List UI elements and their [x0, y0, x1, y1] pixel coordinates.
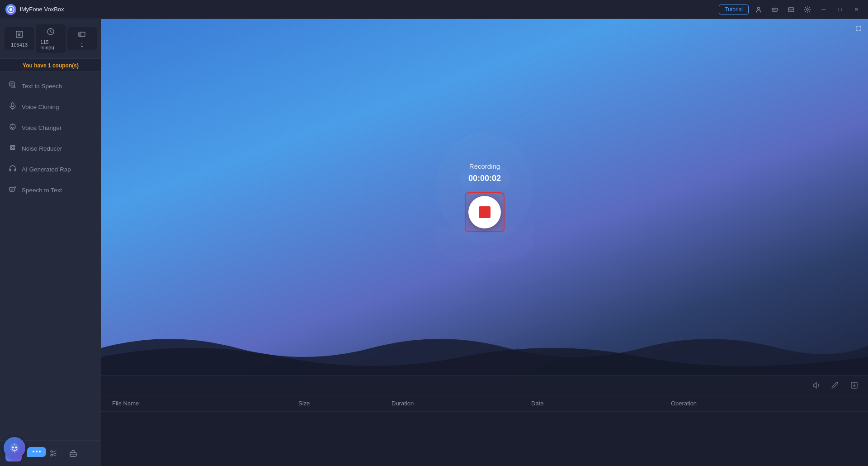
sidebar-stats: 105413 115 min(s) 1: [0, 19, 101, 59]
mail-icon-btn[interactable]: [785, 3, 797, 16]
close-button[interactable]: ✕: [850, 3, 863, 16]
expand-panel-button[interactable]: [854, 24, 863, 33]
toolbar-row: [101, 375, 868, 395]
recording-center: Recording 00:00:02: [465, 162, 505, 232]
col-duration: Duration: [392, 400, 531, 407]
settings-icon-btn[interactable]: [801, 3, 814, 16]
svg-rect-12: [11, 103, 14, 107]
svg-point-4: [776, 9, 776, 10]
maximize-button[interactable]: □: [834, 3, 846, 16]
minutes-icon: [46, 27, 55, 38]
sidebar: 105413 115 min(s) 1 You have 1 coupon(s): [0, 19, 101, 466]
content-area: Recording 00:00:02: [101, 19, 868, 466]
ai-generated-rap-icon: [8, 164, 17, 174]
app-logo: [5, 4, 16, 15]
sidebar-label-voice-changer: Voice Changer: [22, 124, 62, 131]
stop-button-wrapper: [465, 192, 505, 232]
coupons-icon: [77, 30, 86, 41]
svg-rect-6: [788, 8, 794, 12]
briefcase-tab[interactable]: [65, 445, 81, 461]
stat-coupons: 1: [67, 27, 97, 50]
volume-toolbar-button[interactable]: [809, 379, 823, 392]
svg-point-34: [36, 451, 38, 452]
app-title: iMyFone VoxBox: [20, 6, 64, 13]
svg-point-31: [15, 447, 17, 448]
svg-point-5: [775, 9, 775, 9]
title-bar-left: iMyFone VoxBox: [5, 4, 64, 15]
minutes-value: 115 min(s): [40, 39, 61, 50]
sidebar-label-speech-to-text: Speech to Text: [22, 187, 62, 194]
speech-to-text-icon: [8, 185, 17, 195]
characters-icon: [15, 30, 24, 41]
table-header: File Name Size Duration Date Operation: [101, 395, 868, 412]
coupon-text: You have 1 coupon(s): [23, 62, 79, 69]
sidebar-item-text-to-speech[interactable]: Text to Speech: [0, 76, 101, 96]
voice-cloning-icon: [8, 102, 17, 112]
gamepad-icon-btn[interactable]: [769, 3, 781, 16]
recording-panel: Recording 00:00:02: [101, 19, 868, 375]
col-operation: Operation: [671, 400, 857, 407]
coupons-value: 1: [80, 42, 83, 48]
export-toolbar-button[interactable]: [847, 379, 861, 392]
recording-timer: 00:00:02: [468, 174, 501, 183]
col-size: Size: [298, 400, 392, 407]
title-bar-right: Tutorial ─ □ ✕: [719, 3, 863, 16]
title-bar: iMyFone VoxBox Tutorial ─ □ ✕: [0, 0, 868, 19]
chatbot-icon[interactable]: [4, 437, 25, 459]
minimize-button[interactable]: ─: [817, 3, 830, 16]
characters-value: 105413: [11, 42, 28, 48]
stop-recording-button[interactable]: [468, 196, 501, 228]
sidebar-label-text-to-speech: Text to Speech: [22, 83, 62, 90]
svg-point-35: [39, 451, 41, 452]
stop-icon: [479, 206, 491, 218]
col-date: Date: [531, 400, 671, 407]
cut-tab[interactable]: [45, 445, 61, 461]
svg-point-1: [9, 8, 12, 11]
svg-point-33: [33, 451, 34, 452]
chatbot-bubble: [27, 447, 46, 457]
wave-background: [101, 321, 868, 375]
sidebar-nav: Text to Speech Voice Cloning Voice Chang…: [0, 72, 101, 440]
recording-label: Recording: [469, 162, 500, 170]
svg-point-16: [12, 147, 14, 149]
svg-point-30: [12, 447, 14, 448]
stat-minutes: 115 min(s): [36, 24, 65, 53]
sidebar-item-voice-changer[interactable]: Voice Changer: [0, 117, 101, 138]
noise-reducer-icon: [8, 143, 17, 153]
svg-rect-3: [772, 8, 778, 11]
main-layout: 105413 115 min(s) 1 You have 1 coupon(s): [0, 19, 868, 466]
voice-changer-icon: [8, 123, 17, 133]
stat-characters: 105413: [5, 27, 34, 50]
svg-point-7: [807, 8, 808, 10]
chatbot-widget: [4, 437, 46, 459]
sidebar-item-speech-to-text[interactable]: Speech to Text: [0, 180, 101, 200]
sidebar-label-noise-reducer: Noise Reducer: [22, 145, 62, 152]
user-icon-btn[interactable]: [752, 3, 765, 16]
sidebar-label-voice-cloning: Voice Cloning: [22, 104, 59, 110]
col-filename: File Name: [112, 400, 298, 407]
sidebar-item-voice-cloning[interactable]: Voice Cloning: [0, 96, 101, 117]
coupon-bar[interactable]: You have 1 coupon(s): [0, 59, 101, 72]
table-body: [101, 412, 868, 466]
file-table: File Name Size Duration Date Operation: [101, 395, 868, 466]
svg-point-2: [758, 7, 760, 10]
edit-toolbar-button[interactable]: [828, 379, 842, 392]
sidebar-label-ai-generated-rap: AI Generated Rap: [22, 166, 71, 173]
tutorial-button[interactable]: Tutorial: [719, 5, 749, 14]
sidebar-item-noise-reducer[interactable]: Noise Reducer: [0, 138, 101, 159]
sidebar-item-ai-generated-rap[interactable]: AI Generated Rap: [0, 159, 101, 180]
text-to-speech-icon: [8, 81, 17, 91]
